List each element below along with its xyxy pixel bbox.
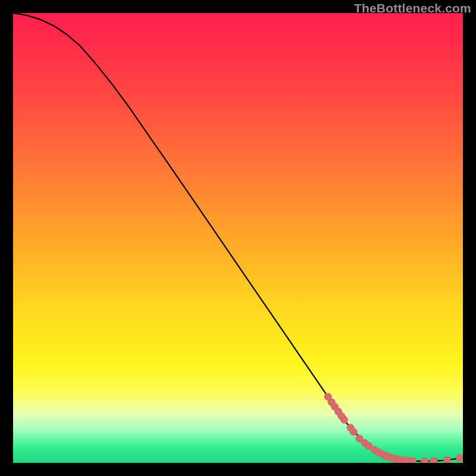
data-point xyxy=(430,458,437,463)
watermark-text: TheBottleneck.com xyxy=(354,1,471,15)
data-point xyxy=(340,416,347,423)
curve-markers xyxy=(324,393,463,463)
curve-line xyxy=(13,13,463,461)
plot-area xyxy=(13,13,463,463)
data-point xyxy=(421,458,428,463)
chart-stage: TheBottleneck.com xyxy=(0,0,476,476)
data-point xyxy=(350,428,357,436)
chart-overlay xyxy=(13,13,463,463)
data-point xyxy=(443,456,450,463)
data-point xyxy=(409,458,416,463)
data-point xyxy=(456,455,463,462)
